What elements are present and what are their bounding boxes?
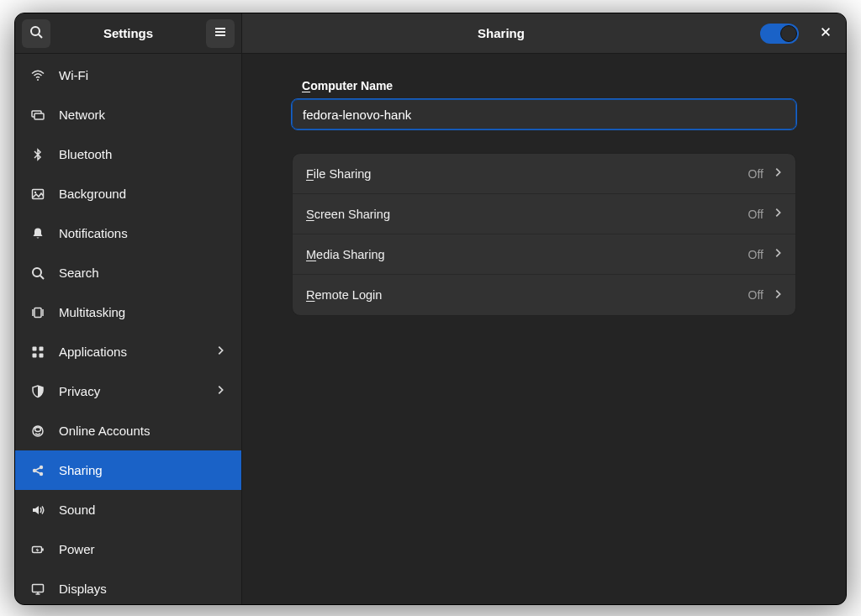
sidebar-title: Settings <box>57 26 199 40</box>
chevron-right-icon <box>772 166 784 181</box>
chevron-right-icon <box>214 384 226 398</box>
sidebar-item-bluetooth[interactable]: Bluetooth <box>15 134 241 174</box>
sidebar-item-label: Background <box>59 187 126 201</box>
privacy-icon <box>30 384 45 399</box>
sidebar-item-label: Applications <box>59 345 127 359</box>
row-status: Off <box>748 208 763 221</box>
sidebar-item-search[interactable]: Search <box>15 253 241 292</box>
sidebar-item-label: Network <box>59 108 105 122</box>
svg-rect-9 <box>34 113 44 119</box>
network-icon <box>30 108 45 123</box>
sidebar-item-label: Privacy <box>59 384 100 398</box>
search-icon <box>30 266 45 281</box>
sidebar-item-background[interactable]: Background <box>15 174 241 213</box>
sidebar-item-wifi[interactable]: Wi-Fi <box>15 55 241 95</box>
row-file-sharing[interactable]: File SharingOff <box>293 154 795 194</box>
notifications-icon <box>30 226 45 241</box>
sidebar-item-multitasking[interactable]: Multitasking <box>15 292 241 332</box>
svg-point-0 <box>31 27 40 35</box>
multitasking-icon <box>30 305 45 320</box>
sidebar-item-label: Search <box>59 266 99 280</box>
sidebar-item-notifications[interactable]: Notifications <box>15 213 241 253</box>
chevron-right-icon <box>772 207 784 221</box>
row-media-sharing[interactable]: Media SharingOff <box>293 234 795 275</box>
search-icon <box>29 25 43 41</box>
background-icon <box>30 187 45 202</box>
page-title: Sharing <box>242 26 760 40</box>
sidebar-item-label: Bluetooth <box>59 147 112 161</box>
svg-rect-14 <box>34 308 41 317</box>
svg-line-1 <box>39 34 42 38</box>
row-screen-sharing[interactable]: Screen SharingOff <box>293 194 795 234</box>
computer-name-label: Computer Name <box>292 79 796 92</box>
chevron-right-icon <box>772 288 784 303</box>
sound-icon <box>30 503 45 518</box>
primary-menu-button[interactable] <box>206 19 235 48</box>
titlebar-sidebar-area: Settings <box>15 13 242 53</box>
sidebar-item-label: Notifications <box>59 226 128 240</box>
close-icon <box>820 26 832 40</box>
sidebar-item-displays[interactable]: Displays <box>15 569 241 604</box>
row-status: Off <box>748 288 763 302</box>
computer-name-input[interactable] <box>292 99 796 129</box>
row-label: Remote Login <box>306 288 382 302</box>
sidebar-item-label: Multitasking <box>59 305 125 319</box>
sidebar-item-privacy[interactable]: Privacy <box>15 371 241 411</box>
sidebar-item-label: Power <box>59 542 95 556</box>
svg-point-12 <box>33 268 41 276</box>
bluetooth-icon <box>30 147 45 162</box>
sidebar-item-power[interactable]: Power <box>15 529 241 569</box>
power-icon <box>30 542 45 557</box>
row-remote-login[interactable]: Remote LoginOff <box>293 275 795 315</box>
row-status: Off <box>748 167 763 181</box>
sidebar-item-online-accounts[interactable]: Online Accounts <box>15 411 241 450</box>
hamburger-icon <box>214 25 227 41</box>
sidebar-item-label: Wi-Fi <box>59 68 88 82</box>
displays-icon <box>30 582 45 597</box>
switch-knob <box>780 25 797 42</box>
sharing-icon <box>30 463 45 478</box>
applications-icon <box>30 345 45 360</box>
sidebar-item-sharing[interactable]: Sharing <box>15 450 241 490</box>
row-label: File Sharing <box>306 167 371 181</box>
svg-rect-16 <box>40 346 44 350</box>
svg-rect-24 <box>42 548 44 550</box>
titlebar-content-area: Sharing <box>242 13 846 53</box>
sidebar-item-label: Sound <box>59 503 95 517</box>
row-status: Off <box>748 248 763 261</box>
sidebar-item-label: Displays <box>59 582 107 596</box>
sidebar: Wi-FiNetworkBluetoothBackgroundNotificat… <box>15 54 242 604</box>
titlebar: Settings Sharing <box>15 13 846 54</box>
svg-rect-25 <box>33 584 44 592</box>
search-button[interactable] <box>22 19 50 48</box>
svg-rect-15 <box>33 346 37 350</box>
sidebar-item-label: Online Accounts <box>59 424 150 438</box>
chevron-right-icon <box>214 345 226 359</box>
sidebar-item-label: Sharing <box>59 463 103 477</box>
svg-line-13 <box>40 276 44 279</box>
svg-rect-18 <box>40 353 44 357</box>
online-accounts-icon <box>30 424 45 439</box>
content-area: Computer Name File SharingOffScreen Shar… <box>242 54 846 604</box>
wifi-icon <box>30 68 45 83</box>
close-button[interactable] <box>814 22 837 45</box>
sharing-master-switch[interactable] <box>760 24 799 44</box>
sharing-options-list: File SharingOffScreen SharingOffMedia Sh… <box>292 153 796 316</box>
svg-point-7 <box>37 79 39 81</box>
sidebar-item-applications[interactable]: Applications <box>15 332 241 371</box>
svg-rect-17 <box>33 353 37 357</box>
sidebar-item-sound[interactable]: Sound <box>15 490 241 529</box>
svg-point-11 <box>34 191 36 192</box>
sidebar-item-network[interactable]: Network <box>15 95 241 134</box>
settings-window: Settings Sharing Wi-FiNetworkBluetoothBa… <box>14 13 847 605</box>
chevron-right-icon <box>772 247 784 261</box>
window-body: Wi-FiNetworkBluetoothBackgroundNotificat… <box>15 54 846 604</box>
row-label: Screen Sharing <box>306 208 390 221</box>
row-label: Media Sharing <box>306 248 385 261</box>
